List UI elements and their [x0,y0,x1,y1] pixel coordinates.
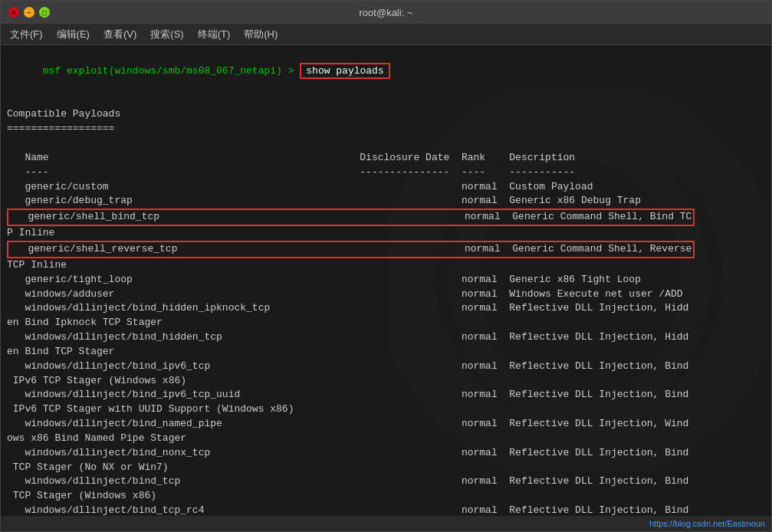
row-ipv6-uuid-stager: IPv6 TCP Stager with UUID Support (Windo… [7,402,765,417]
row-bind-hidden-ipknock: windows/dllinject/bind_hidden_ipknock_tc… [7,301,765,316]
menu-file[interactable]: 文件(F) [4,26,49,43]
menubar: 文件(F) 编辑(E) 查看(V) 搜索(S) 终端(T) 帮助(H) [1,24,771,45]
status-url: https://blog.csdn.net/Eastmoun [649,519,765,528]
row-tcp-stager-x86: TCP Stager (Windows x86) [7,489,765,504]
table-header-sep: ---- --------------- ---- ----------- [7,166,765,180]
maximize-button[interactable]: □ [39,7,50,18]
prompt-text: msf exploit(windows/smb/ms08_067_netapi)… [43,65,300,77]
terminal-window: × − □ root@kali: ~ 文件(F) 编辑(E) 查看(V) 搜索(… [0,0,772,532]
row-bind-named-pipe: windows/dllinject/bind_named_pipe normal… [7,417,765,432]
row-tcp-inline: TCP Inline [7,258,765,273]
close-button[interactable]: × [8,7,19,18]
row-bind-ipv6-uuid: windows/dllinject/bind_ipv6_tcp_uuid nor… [7,388,765,402]
minimize-button[interactable]: − [24,7,34,18]
row-bind-tcp-rc4: windows/dllinject/bind_tcp_rc4 normal Re… [7,504,765,516]
row-en-bind-ipknock: en Bind Ipknock TCP Stager [7,316,765,330]
command-highlight: show payloads [300,63,389,79]
menu-help[interactable]: 帮助(H) [238,26,284,43]
row-ipv6-stager: IPv6 TCP Stager (Windows x86) [7,374,765,389]
row-no-nx: TCP Stager (No NX or Win7) [7,461,765,475]
prompt-line: msf exploit(windows/smb/ms08_067_netapi)… [7,50,765,94]
row-inline-1: P Inline [7,226,765,241]
menu-edit[interactable]: 编辑(E) [51,26,96,43]
compatible-payloads-label: Compatible Payloads [7,107,765,122]
row-bind-nonx: windows/dllinject/bind_nonx_tcp normal R… [7,446,765,461]
row-adduser: windows/adduser normal Windows Execute n… [7,287,765,302]
row-shell-bind: generic/shell_bind_tcp normal Generic Co… [7,209,765,226]
row-bind-ipv6: windows/dllinject/bind_ipv6_tcp normal R… [7,360,765,374]
row-shell-reverse: generic/shell_reverse_tcp normal Generic… [7,241,765,258]
status-bar: https://blog.csdn.net/Eastmoun [1,516,771,531]
row-en-bind-tcp: en Bind TCP Stager [7,345,765,360]
table-header: Name Disclosure Date Rank Description [7,151,765,166]
menu-view[interactable]: 查看(V) [97,26,143,43]
terminal-body[interactable]: msf exploit(windows/smb/ms08_067_netapi)… [1,45,771,516]
blank-line-1 [7,94,765,108]
blank-line-2 [7,136,765,151]
row-generic-debug: generic/debug_trap normal Generic x86 De… [7,194,765,209]
row-tight-loop: generic/tight_loop normal Generic x86 Ti… [7,273,765,287]
row-bind-tcp: windows/dllinject/bind_tcp normal Reflec… [7,475,765,489]
menu-terminal[interactable]: 终端(T) [192,26,237,43]
window-title: root@kali: ~ [54,7,718,18]
titlebar: × − □ root@kali: ~ [1,1,771,24]
row-bind-hidden-tcp: windows/dllinject/bind_hidden_tcp normal… [7,330,765,345]
menu-search[interactable]: 搜索(S) [144,26,189,43]
row-ows-bind: ows x86 Bind Named Pipe Stager [7,432,765,446]
separator-line: ================== [7,122,765,136]
row-generic-custom: generic/custom normal Custom Payload [7,180,765,195]
